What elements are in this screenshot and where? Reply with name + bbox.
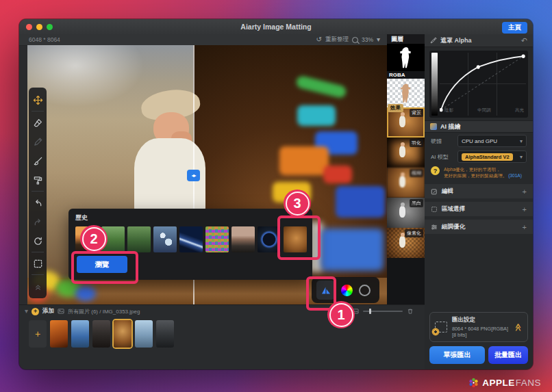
refresh-label[interactable]: 重新整理 [325, 36, 349, 44]
ring-icon[interactable] [359, 285, 371, 296]
trash-icon[interactable] [407, 308, 414, 315]
eraser-tool-icon[interactable] [29, 113, 47, 132]
hardware-value: CPU and GPU [462, 138, 497, 144]
undo-icon[interactable] [29, 193, 47, 212]
filmstrip-collapse-icon[interactable]: ▾ [25, 308, 28, 315]
curve-grid[interactable] [440, 53, 526, 116]
export-settings-detail: 8064 * 6048 PNG[RGBA][8 bits] [452, 326, 510, 338]
lego-blob [295, 75, 347, 99]
section-finetune-label: 細調優化 [442, 223, 465, 231]
filmstrip-thumbnail[interactable] [71, 320, 89, 348]
pen-tool-icon[interactable] [29, 132, 47, 151]
section-edit-label: 編輯 [442, 187, 453, 196]
effect-thumbnail-feather[interactable]: 羽化 [387, 138, 425, 168]
compare-slider-handle[interactable]: ◂▸ [187, 170, 200, 181]
section-edit[interactable]: 編輯 + [425, 184, 533, 198]
effects-tag: 效果 [388, 104, 403, 112]
collapse-tools-icon[interactable] [29, 276, 47, 296]
chevron-down-icon: ▾ [520, 138, 523, 144]
expand-plus-icon[interactable]: + [523, 205, 527, 213]
model-hint-link[interactable]: (301A) [508, 173, 522, 178]
history-thumbnail[interactable] [205, 226, 229, 252]
finetune-icon [431, 224, 438, 231]
move-tool-icon[interactable] [29, 90, 47, 109]
add-image-label[interactable]: 添加 [42, 307, 54, 315]
reset-icon[interactable] [29, 231, 47, 250]
help-icon[interactable]: ? [431, 166, 440, 175]
eyedropper-icon [430, 37, 437, 44]
status-row: 6048 * 8064 ↺ 重新整理 33% ▾ [19, 34, 387, 46]
roller-tool-icon[interactable] [29, 170, 47, 190]
filmstrip-thumbnail-selected[interactable] [114, 320, 131, 348]
zoom-chevron-icon[interactable]: ▾ [377, 36, 380, 43]
batch-export-button[interactable]: 批量匯出 [488, 346, 528, 364]
single-export-button[interactable]: 單張匯出 [429, 346, 485, 364]
filmstrip-thumbnail[interactable] [50, 320, 68, 348]
lego-blob [336, 186, 385, 218]
filmstrip-thumbnail[interactable] [156, 320, 174, 348]
ai-model-select[interactable]: AlphaStandard V2 ▾ [457, 151, 527, 163]
hardware-label: 硬體 [431, 138, 453, 145]
window-title: Aiarty Image Matting [19, 23, 533, 31]
color-wheel-icon[interactable] [341, 285, 353, 296]
annotation-step-3: 3 [284, 190, 311, 217]
lego-blob [323, 166, 352, 183]
axis-shadows: 陰影 [444, 107, 453, 114]
rgba-cutout-thumbnail[interactable] [387, 79, 425, 107]
brush-tool-icon[interactable] [29, 151, 47, 170]
watermark-light: FANS [516, 378, 541, 388]
expand-plus-icon[interactable]: + [523, 187, 527, 196]
hardware-row: 硬體 CPU and GPU ▾ [425, 133, 533, 148]
home-button[interactable]: 主頁 [502, 22, 527, 34]
add-image-tile[interactable]: + [29, 320, 47, 348]
alpha-mask-thumbnail[interactable] [387, 44, 425, 71]
lego-blob [279, 146, 329, 175]
redo-icon[interactable] [29, 212, 47, 231]
filmstrip-header: ▾ + 添加 所有圖片 (6) / IMG_0353.jpeg [19, 305, 425, 317]
zoom-lens-icon[interactable] [352, 37, 358, 43]
zoom-level[interactable]: 33% [362, 36, 373, 43]
effect-thumbnail-blur[interactable]: 模糊 [387, 168, 425, 198]
effect-thumbnail-bw[interactable]: 黑白 [387, 198, 425, 228]
lego-blob [297, 105, 336, 126]
history-thumbnail[interactable] [231, 226, 255, 252]
filmstrip-path: 所有圖片 (6) / IMG_0353.jpeg [68, 308, 140, 315]
rgba-label: RGBA [387, 71, 425, 79]
section-finetune[interactable]: 細調優化 + [425, 220, 533, 234]
thumbnail-size-slider[interactable] [363, 311, 403, 312]
alpha-curve-editor[interactable]: 陰影 中間調 高光 [429, 51, 528, 118]
history-thumbnail[interactable] [179, 226, 203, 252]
ai-matting-header[interactable]: AI 描繪 [425, 120, 533, 133]
axis-midtones: 中間調 [477, 107, 491, 114]
titlebar: Aiarty Image Matting 主頁 [19, 19, 533, 35]
annotation-box-3 [277, 215, 321, 260]
marquee-select-icon[interactable] [29, 254, 47, 273]
axis-highlights: 高光 [515, 107, 524, 114]
export-settings-box[interactable]: 匯出設定 8064 * 6048 PNG[RGBA][8 bits] ≪ [429, 312, 528, 342]
hardware-select[interactable]: CPU and GPU ▾ [457, 135, 527, 147]
history-thumbnail[interactable] [127, 226, 151, 252]
export-settings-title: 匯出設定 [452, 316, 510, 324]
effect-thumbnail-pixelate[interactable]: 像素化 [387, 228, 425, 258]
add-image-icon[interactable]: + [32, 308, 39, 315]
curve-reset-icon[interactable]: ↶ [521, 36, 527, 45]
edit-icon [431, 188, 438, 195]
model-hint-row: ? Alpha優化，更好的半透明， 更好的摳圖，更好的髮絲處理。 (301A) [425, 164, 533, 181]
section-region-select[interactable]: 區域選擇 + [425, 202, 533, 216]
layers-panel: 圖層 RGBA 效果 背景 羽化 模糊 黑白 像素化 [387, 34, 425, 304]
history-thumbnail[interactable] [153, 226, 177, 252]
expand-plus-icon[interactable]: + [523, 223, 527, 231]
export-settings-icon [435, 322, 447, 332]
image-size-label: 6048 * 8064 [29, 36, 60, 43]
effect-label: 羽化 [410, 139, 423, 147]
photo-icon [58, 308, 64, 315]
expand-export-icon[interactable]: ≪ [514, 323, 523, 331]
watermark: APPLE FANS [468, 378, 541, 388]
refresh-icon[interactable]: ↺ [316, 36, 322, 43]
section-region-label: 區域選擇 [442, 205, 465, 213]
filmstrip-thumbnail[interactable] [135, 320, 153, 348]
app-window: Aiarty Image Matting 主頁 6048 * 8064 ↺ 重新… [19, 19, 533, 369]
filmstrip-thumbnail[interactable] [92, 320, 110, 348]
tool-column [29, 88, 47, 298]
history-title: 歷史 [68, 209, 312, 222]
